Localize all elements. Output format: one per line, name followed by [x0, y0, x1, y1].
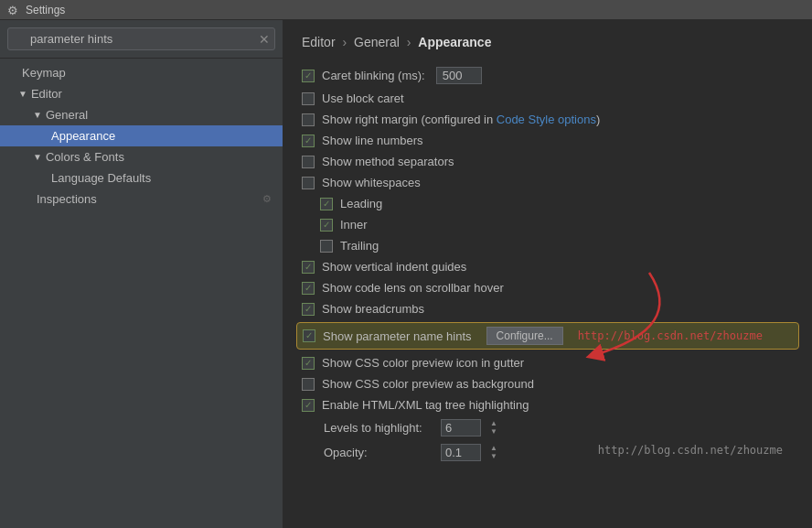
levels-to-highlight-input[interactable]: [441, 419, 481, 436]
opacity-input[interactable]: [441, 444, 481, 461]
sidebar-item-label: Keymap: [22, 66, 66, 80]
sidebar-item-label: Language Defaults: [51, 171, 151, 185]
setting-show-vertical-indent: Show vertical indent guides: [302, 257, 794, 276]
opacity-label: Opacity:: [324, 446, 433, 459]
sidebar-item-language-defaults[interactable]: Language Defaults: [0, 167, 283, 189]
sidebar-item-inspections[interactable]: Inspections ⚙: [0, 189, 283, 210]
setting-use-block-caret: Use block caret: [302, 89, 794, 108]
show-css-color-icon-label: Show CSS color preview icon in gutter: [322, 356, 524, 370]
show-parameter-name-hints-label: Show parameter name hints: [323, 329, 472, 343]
setting-show-line-numbers: Show line numbers: [302, 131, 794, 150]
content-panel: Editor › General › Appearance Caret blin…: [283, 20, 812, 528]
show-whitespaces-label: Show whitespaces: [322, 176, 421, 189]
show-vertical-indent-checkbox[interactable]: [302, 261, 315, 274]
setting-show-parameter-name-hints: Show parameter name hints Configure... h…: [296, 322, 799, 350]
title-bar-text: Settings: [26, 4, 65, 16]
setting-show-code-lens: Show code lens on scrollbar hover: [302, 278, 794, 297]
show-vertical-indent-label: Show vertical indent guides: [322, 260, 466, 274]
setting-leading: Leading: [302, 194, 794, 213]
inner-label: Inner: [340, 218, 368, 232]
leading-label: Leading: [340, 197, 382, 210]
sidebar-item-general[interactable]: ▼ General: [0, 104, 283, 125]
sidebar-item-label: General: [46, 108, 88, 122]
show-breadcrumbs-checkbox[interactable]: [302, 303, 315, 316]
enable-html-xml-checkbox[interactable]: [302, 399, 315, 412]
show-whitespaces-checkbox[interactable]: [302, 177, 315, 189]
use-block-caret-checkbox[interactable]: [302, 92, 315, 105]
sidebar-item-label: Colors & Fonts: [46, 150, 124, 164]
title-bar: ⚙ Settings: [0, 0, 812, 20]
setting-show-breadcrumbs: Show breadcrumbs: [302, 299, 794, 318]
setting-trailing: Trailing: [302, 236, 794, 255]
code-style-link[interactable]: Code Style options: [497, 113, 596, 126]
watermark-top: http://blog.csdn.net/zhouzme: [578, 329, 763, 342]
show-css-color-bg-checkbox[interactable]: [302, 378, 315, 391]
enable-html-xml-label: Enable HTML/XML tag tree highlighting: [322, 398, 529, 412]
setting-show-method-separators: Show method separators: [302, 152, 794, 171]
setting-opacity: Opacity: ▲ ▼: [302, 441, 794, 464]
show-css-color-icon-checkbox[interactable]: [302, 357, 315, 370]
setting-show-whitespaces: Show whitespaces: [302, 173, 794, 192]
sidebar-item-label: Editor: [31, 87, 62, 101]
setting-show-right-margin: Show right margin (configured in Code St…: [302, 110, 794, 129]
show-right-margin-checkbox[interactable]: [302, 113, 315, 126]
show-code-lens-label: Show code lens on scrollbar hover: [322, 281, 504, 295]
clear-search-icon[interactable]: ✕: [259, 33, 270, 46]
editor-arrow: ▼: [18, 89, 27, 99]
setting-caret-blinking: Caret blinking (ms):: [302, 64, 794, 87]
show-method-separators-label: Show method separators: [322, 155, 454, 168]
general-arrow: ▼: [33, 110, 42, 120]
show-parameter-name-hints-checkbox[interactable]: [303, 329, 315, 342]
use-block-caret-label: Use block caret: [322, 92, 404, 105]
setting-show-css-color-icon: Show CSS color preview icon in gutter: [302, 353, 794, 372]
sidebar-item-label: Appearance: [51, 129, 115, 143]
show-breadcrumbs-label: Show breadcrumbs: [322, 302, 424, 316]
show-method-separators-checkbox[interactable]: [302, 156, 315, 168]
search-input[interactable]: [7, 27, 275, 50]
inner-checkbox[interactable]: [320, 219, 333, 232]
colors-fonts-arrow: ▼: [33, 152, 42, 162]
show-code-lens-checkbox[interactable]: [302, 282, 315, 295]
inspections-icon: ⚙: [262, 193, 272, 205]
leading-checkbox[interactable]: [320, 198, 333, 210]
levels-to-highlight-label: Levels to highlight:: [324, 421, 433, 435]
show-line-numbers-checkbox[interactable]: [302, 135, 315, 147]
setting-enable-html-xml: Enable HTML/XML tag tree highlighting: [302, 395, 794, 415]
trailing-label: Trailing: [340, 239, 379, 253]
setting-levels-to-highlight: Levels to highlight: ▲ ▼: [302, 416, 794, 439]
sidebar: 🔍 ✕ Keymap ▼ Editor ▼ General Appearance: [0, 20, 283, 528]
breadcrumb: Editor › General › Appearance: [302, 35, 794, 49]
caret-blinking-label: Caret blinking (ms):: [322, 69, 425, 82]
sidebar-item-appearance[interactable]: Appearance: [0, 125, 283, 146]
show-right-margin-label: Show right margin (configured in Code St…: [322, 113, 600, 126]
sidebar-navigation: Keymap ▼ Editor ▼ General Appearance ▼ C…: [0, 59, 283, 528]
configure-button[interactable]: Configure...: [486, 327, 563, 345]
show-css-color-bg-label: Show CSS color preview as background: [322, 377, 534, 391]
sidebar-item-colors-fonts[interactable]: ▼ Colors & Fonts: [0, 146, 283, 167]
sidebar-item-keymap[interactable]: Keymap: [0, 62, 283, 83]
show-line-numbers-label: Show line numbers: [322, 134, 423, 147]
setting-inner: Inner: [302, 215, 794, 234]
caret-blinking-input[interactable]: [436, 67, 482, 84]
opacity-spinner-down[interactable]: ▼: [490, 453, 497, 461]
app-icon: ⚙: [7, 4, 20, 16]
sidebar-item-label: Inspections: [37, 192, 97, 206]
setting-show-css-color-bg: Show CSS color preview as background: [302, 374, 794, 393]
caret-blinking-checkbox[interactable]: [302, 70, 315, 82]
sidebar-item-editor[interactable]: ▼ Editor: [0, 83, 283, 104]
levels-spinner-down[interactable]: ▼: [490, 428, 497, 436]
trailing-checkbox[interactable]: [320, 240, 333, 253]
